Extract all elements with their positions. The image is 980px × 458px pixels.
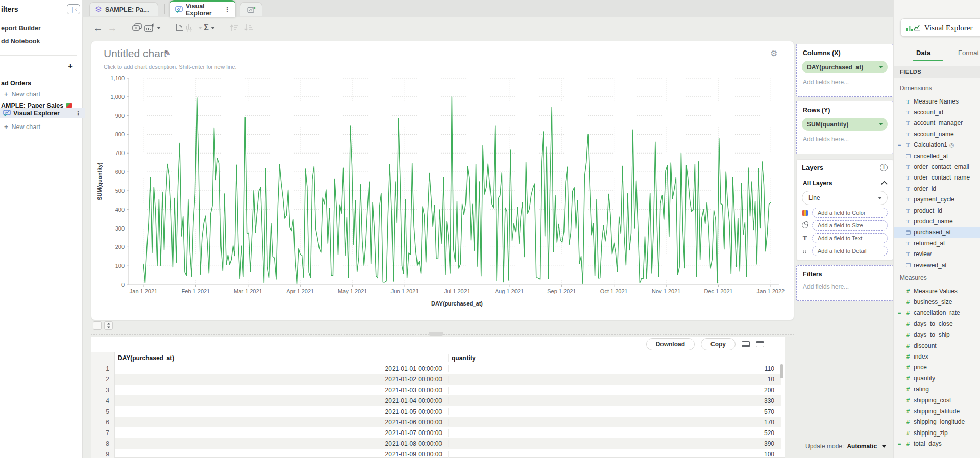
- histogram-button[interactable]: [186, 20, 202, 35]
- rows-shelf[interactable]: Rows (Y) SUM(quantity) Add fields here..…: [796, 101, 893, 154]
- collapse-table-icon[interactable]: [742, 341, 750, 347]
- redo-forward-button[interactable]: →: [105, 20, 119, 35]
- field-review[interactable]: Treview: [894, 249, 980, 260]
- cell-quantity[interactable]: 100: [449, 451, 781, 458]
- field-order-id[interactable]: Torder_id: [894, 183, 980, 194]
- rows-field-pill[interactable]: SUM(quantity): [802, 118, 888, 131]
- all-layers-header[interactable]: All Layers: [797, 175, 893, 189]
- cell-quantity[interactable]: 170: [449, 419, 781, 426]
- layer-slot-detail[interactable]: Add a field to Detail: [801, 246, 888, 256]
- cell-quantity[interactable]: 570: [449, 408, 781, 415]
- field-cancelled-at[interactable]: cancelled_at: [894, 150, 980, 161]
- cell-day-purchased-at[interactable]: 2021-01-04 00:00:00: [115, 397, 449, 404]
- add-field-slot[interactable]: Add a field to Detail: [812, 246, 888, 256]
- field-total-days[interactable]: =#total_days: [894, 439, 980, 449]
- field-account-manager[interactable]: Taccount_manager: [894, 118, 980, 129]
- line-chart[interactable]: 01002003004005006007008009001,0001,100Ja…: [91, 72, 795, 317]
- field-rating[interactable]: #rating: [894, 384, 980, 395]
- columns-add-fields-placeholder[interactable]: Add fields here...: [803, 79, 893, 86]
- field-days-to-close[interactable]: #days_to_close: [894, 318, 980, 329]
- field-business-size[interactable]: #business_size: [894, 296, 980, 307]
- scrollbar-thumb[interactable]: [780, 364, 783, 378]
- cell-quantity[interactable]: 390: [449, 440, 781, 447]
- sidebar-item-report-builder[interactable]: eport Builder: [1, 24, 41, 32]
- cell-quantity[interactable]: 520: [449, 429, 781, 437]
- tab-data[interactable]: Data: [916, 49, 930, 57]
- field-payment-cycle[interactable]: Tpayment_cycle: [894, 194, 980, 205]
- chevron-up-icon[interactable]: [881, 181, 888, 187]
- field-shipping-cost[interactable]: #shipping_cost: [894, 395, 980, 405]
- field-index[interactable]: #index: [894, 351, 980, 362]
- item-menu-icon[interactable]: ⋮: [75, 110, 81, 117]
- sort-descending-button[interactable]: [241, 20, 256, 35]
- undo-back-button[interactable]: ←: [91, 20, 105, 35]
- field-days-to-ship[interactable]: #days_to_ship: [894, 329, 980, 340]
- duplicate-chart-button[interactable]: [130, 20, 144, 35]
- cell-quantity[interactable]: 10: [449, 376, 781, 383]
- sidebar-item-visual-explorer[interactable]: Visual Explorer⋮: [0, 108, 85, 118]
- field-reviewed-at[interactable]: reviewed_at: [894, 260, 980, 270]
- columns-field-pill[interactable]: DAY(purchased_at): [802, 61, 888, 73]
- aggregate-button[interactable]: Σ: [202, 20, 216, 35]
- pill-caret-icon[interactable]: [879, 123, 883, 125]
- cell-day-purchased-at[interactable]: 2021-01-02 00:00:00: [115, 376, 449, 383]
- chart-title[interactable]: Untitled chart: [104, 47, 167, 60]
- info-icon[interactable]: [880, 164, 888, 171]
- panel-resize-grip[interactable]: [429, 332, 443, 336]
- field-product-name[interactable]: Tproduct_name: [894, 216, 980, 226]
- field-shipping-latitude[interactable]: #shipping_latitude: [894, 405, 980, 416]
- add-field-slot[interactable]: Add a field to Text: [812, 233, 888, 243]
- update-mode-control[interactable]: Update mode: Automatic: [805, 443, 886, 450]
- sidebar-item-add-notebook[interactable]: dd Notebook: [1, 38, 40, 45]
- tab-format[interactable]: Format: [958, 49, 979, 57]
- download-button[interactable]: Download: [646, 338, 695, 350]
- filters-shelf[interactable]: Filters Add fields here...: [796, 265, 893, 301]
- field-quantity[interactable]: #quantity: [894, 373, 980, 384]
- field-shipping-zip[interactable]: #shipping_zip: [894, 427, 980, 438]
- field-account-id[interactable]: Taccount_id: [894, 107, 980, 117]
- field-shipping-longitude[interactable]: #shipping_longitude: [894, 417, 980, 427]
- update-mode-value[interactable]: Automatic: [847, 443, 877, 450]
- field-measure-values[interactable]: #Measure Values: [894, 286, 980, 296]
- tab-visual-explorer[interactable]: Visual Explorer ⋮: [170, 0, 235, 17]
- sidebar-collapse-icon[interactable]: ❘‹: [67, 4, 80, 14]
- field-calculation1[interactable]: =TCalculation1◎: [894, 140, 980, 150]
- layer-slot-size[interactable]: Add a field to Size: [801, 220, 888, 231]
- table-scrollbar[interactable]: [780, 364, 783, 456]
- sort-ascending-button[interactable]: [227, 20, 241, 35]
- field-order-contact-email[interactable]: Torder_contact_email: [894, 161, 980, 172]
- columns-shelf[interactable]: Columns (X) DAY(purchased_at) Add fields…: [796, 44, 893, 97]
- mark-type-select[interactable]: Line: [802, 191, 888, 205]
- field-discount[interactable]: #discount: [894, 340, 980, 351]
- cell-day-purchased-at[interactable]: 2021-01-09 00:00:00: [115, 451, 449, 458]
- filters-add-fields-placeholder[interactable]: Add fields here...: [803, 283, 893, 290]
- pan-vertical-button[interactable]: [104, 321, 113, 330]
- column-header-day-purchased-at[interactable]: DAY(purchased_at): [115, 354, 449, 362]
- field-returned-at[interactable]: Treturned_at: [894, 238, 980, 248]
- cell-day-purchased-at[interactable]: 2021-01-06 00:00:00: [115, 419, 449, 426]
- edit-title-pencil-icon[interactable]: ✎: [164, 48, 171, 58]
- add-field-slot[interactable]: Add a field to Color: [812, 208, 888, 218]
- copy-button[interactable]: Copy: [701, 338, 736, 350]
- field-purchased-at[interactable]: purchased_at: [894, 227, 980, 238]
- cell-day-purchased-at[interactable]: 2021-01-08 00:00:00: [115, 440, 449, 447]
- sidebar-item-new-chart[interactable]: +New chart: [0, 121, 86, 132]
- sidebar-item-ad-orders[interactable]: ad Orders: [0, 78, 83, 88]
- cell-day-purchased-at[interactable]: 2021-01-05 00:00:00: [115, 408, 449, 415]
- sidebar-add-button[interactable]: +: [68, 61, 73, 71]
- rows-add-fields-placeholder[interactable]: Add fields here...: [803, 136, 893, 143]
- column-header-quantity[interactable]: quantity: [449, 354, 781, 362]
- cell-quantity[interactable]: 110: [449, 365, 781, 372]
- swap-axes-button[interactable]: [172, 20, 186, 35]
- cell-quantity[interactable]: 330: [449, 397, 781, 404]
- remove-chart-button[interactable]: [144, 20, 161, 35]
- field-price[interactable]: #price: [894, 362, 980, 373]
- field-account-name[interactable]: Taccount_name: [894, 129, 980, 139]
- cell-quantity[interactable]: 200: [449, 387, 781, 394]
- tab-sample-paper-sales[interactable]: SAMPLE: Pa...: [89, 2, 158, 16]
- new-tab-button[interactable]: [240, 2, 262, 16]
- field-order-contact-name[interactable]: Torder_contact_name: [894, 172, 980, 183]
- cell-day-purchased-at[interactable]: 2021-01-03 00:00:00: [115, 387, 449, 394]
- cell-day-purchased-at[interactable]: 2021-01-01 00:00:00: [115, 365, 449, 372]
- layer-slot-color[interactable]: Add a field to Color: [801, 208, 888, 218]
